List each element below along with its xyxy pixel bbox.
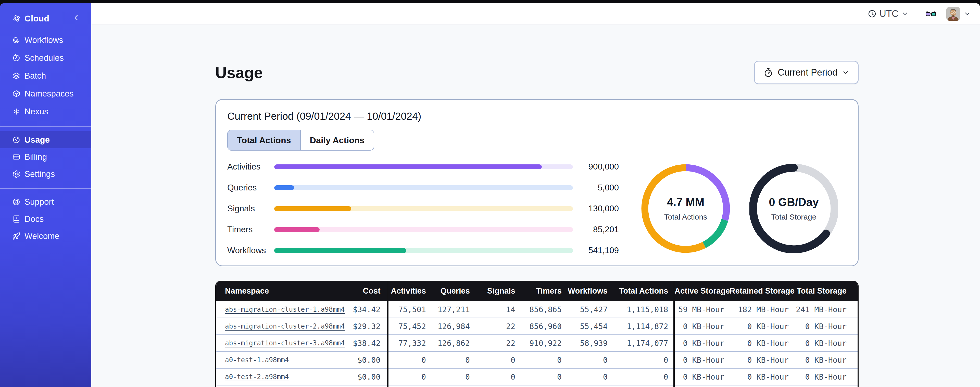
collapse-sidebar-icon[interactable] <box>72 14 80 21</box>
sidebar-item-label: Namespaces <box>24 89 74 99</box>
glasses-theme-icon[interactable] <box>926 10 936 18</box>
bar-row-timers: Timers85,201 <box>227 225 619 234</box>
cell-timers: 856,865 <box>520 301 567 318</box>
bar-label: Workflows <box>227 246 271 255</box>
cell-cost: $0.00 <box>342 385 388 387</box>
column-header-queries: Queries <box>431 281 475 301</box>
bar-track <box>274 248 573 253</box>
cell-total_storage: 241 MB-Hour <box>794 301 858 318</box>
cell-activities: 75,501 <box>388 301 431 318</box>
cell-total_storage: 0 KB-Hour <box>794 352 858 368</box>
cell-workflows: 55,427 <box>567 301 613 318</box>
sidebar-header-cloud[interactable]: Cloud <box>0 10 91 27</box>
sidebar-item-support[interactable]: Support <box>0 193 91 210</box>
temporal-logo-icon <box>12 14 21 23</box>
cell-total_actions: 1,115,018 <box>613 301 674 318</box>
cell-total_actions: 0 <box>613 368 674 385</box>
sidebar-item-label: Docs <box>24 214 44 224</box>
bar-row-signals: Signals130,000 <box>227 204 619 213</box>
table-row: bk-worker-test.a98mm4$0.000000110 KB-Hou… <box>216 385 858 387</box>
cell-namespace: a0-test-2.a98mm4 <box>216 368 342 385</box>
timezone-label: UTC <box>880 8 898 19</box>
column-header-retained_storage: Retained Storage <box>730 281 794 301</box>
cell-total_actions: 1,174,077 <box>613 335 674 352</box>
cell-signals: 14 <box>475 301 520 318</box>
tab-total-actions[interactable]: Total Actions <box>228 130 300 150</box>
column-header-total_actions: Total Actions <box>613 281 674 301</box>
actions-tab-group: Total ActionsDaily Actions <box>227 130 374 150</box>
bar-row-activities: Activities900,000 <box>227 162 619 171</box>
namespace-link[interactable]: a0-test-2.a98mm4 <box>225 373 289 381</box>
bar-value: 900,000 <box>578 162 619 171</box>
usage-donut-charts: 4.7 MMTotal Actions0 GB/DayTotal Storage <box>641 164 838 253</box>
sidebar-item-label: Nexus <box>24 107 48 117</box>
sidebar-item-billing[interactable]: Billing <box>0 148 91 165</box>
cell-total_storage: 0 KB-Hour <box>794 385 858 387</box>
cell-activities: 77,332 <box>388 335 431 352</box>
cell-cost: $0.00 <box>342 368 388 385</box>
sidebar-item-usage[interactable]: Usage <box>0 131 91 148</box>
cell-queries: 126,984 <box>431 318 475 335</box>
bar-label: Timers <box>227 225 271 234</box>
cell-active_storage: 59 MB-Hour <box>674 301 730 318</box>
sidebar: Cloud WorkflowsSchedulesBatchNamespacesN… <box>0 3 91 387</box>
period-select-button[interactable]: Current Period <box>754 61 859 84</box>
bar-fill <box>274 186 294 190</box>
namespace-link[interactable]: abs-migration-cluster-3.a98mm4 <box>225 339 345 347</box>
main-area: UTC <box>91 3 980 387</box>
cell-workflows: 0 <box>567 352 613 368</box>
cell-cost: $34.42 <box>342 301 388 318</box>
nexus-icon <box>12 107 21 116</box>
sidebar-item-label: Usage <box>24 135 50 145</box>
bar-label: Activities <box>227 162 271 171</box>
stopwatch-icon <box>764 68 773 77</box>
card-title: Current Period (09/01/2024 — 10/01/2024) <box>227 110 846 122</box>
user-menu-chevron-icon[interactable] <box>964 10 971 18</box>
donut-label: Total Storage <box>772 213 816 221</box>
cell-namespace: bk-worker-test.a98mm4 <box>216 385 342 387</box>
sidebar-item-batch[interactable]: Batch <box>0 67 91 85</box>
cell-active_storage: 0 KB-Hour <box>674 318 730 335</box>
cell-namespace: abs-migration-cluster-1.a98mm4 <box>216 301 342 318</box>
cell-signals: 0 <box>475 368 520 385</box>
sidebar-item-welcome[interactable]: Welcome <box>0 227 91 245</box>
clock-icon <box>868 10 877 18</box>
sidebar-item-nexus[interactable]: Nexus <box>0 102 91 120</box>
bar-value: 130,000 <box>578 204 619 213</box>
cell-total_actions: 1,114,872 <box>613 318 674 335</box>
sidebar-section-1: UsageBillingSettings <box>0 126 91 188</box>
bar-fill <box>274 165 542 169</box>
cell-total_storage: 0 KB-Hour <box>794 368 858 385</box>
table-row: a0-test-2.a98mm4$0.000000000 KB-Hour0 KB… <box>216 368 858 385</box>
namespace-link[interactable]: abs-migration-cluster-1.a98mm4 <box>225 305 345 313</box>
sidebar-item-docs[interactable]: Docs <box>0 210 91 227</box>
topbar: UTC <box>91 3 980 25</box>
tab-daily-actions[interactable]: Daily Actions <box>300 130 374 150</box>
cell-workflows: 55,454 <box>567 318 613 335</box>
donut-value: 4.7 MM <box>667 196 705 209</box>
sidebar-item-settings[interactable]: Settings <box>0 165 91 182</box>
table-row: a0-test-1.a98mm4$0.000000000 KB-Hour0 KB… <box>216 352 858 368</box>
avatar[interactable] <box>946 7 960 21</box>
total-actions-donut: 4.7 MMTotal Actions <box>641 164 730 253</box>
sidebar-item-workflows[interactable]: Workflows <box>0 31 91 49</box>
namespace-link[interactable]: a0-test-1.a98mm4 <box>225 356 289 364</box>
chevron-down-icon <box>842 69 849 76</box>
sidebar-item-schedules[interactable]: Schedules <box>0 49 91 67</box>
cell-activities: 0 <box>388 368 431 385</box>
docs-icon <box>12 215 21 223</box>
cell-namespace: a0-test-1.a98mm4 <box>216 352 342 368</box>
cell-queries: 0 <box>431 385 475 387</box>
batch-icon <box>12 72 21 80</box>
column-header-activities: Activities <box>388 281 431 301</box>
bar-label: Signals <box>227 204 271 213</box>
cell-retained_storage: 182 MB-Hour <box>730 301 794 318</box>
namespace-link[interactable]: abs-migration-cluster-2.a98mm4 <box>225 322 345 330</box>
timezone-picker[interactable]: UTC <box>868 8 908 19</box>
sidebar-item-namespaces[interactable]: Namespaces <box>0 85 91 102</box>
sidebar-section-0: WorkflowsSchedulesBatchNamespacesNexus <box>0 27 91 126</box>
sidebar-item-label: Welcome <box>24 231 59 241</box>
cell-active_storage: 0 KB-Hour <box>674 335 730 352</box>
bar-track <box>274 227 573 232</box>
column-header-total_storage: Total Storage <box>794 281 858 301</box>
